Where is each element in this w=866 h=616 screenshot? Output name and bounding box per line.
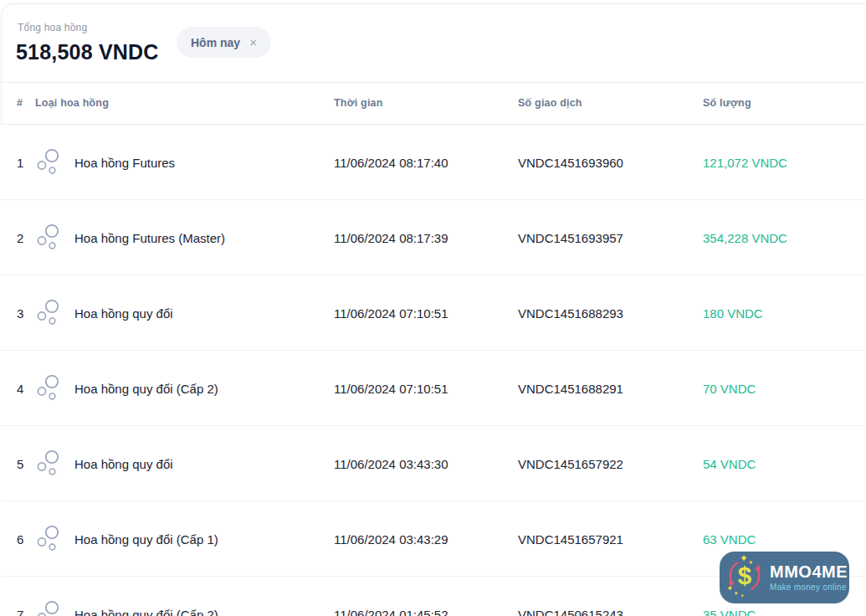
row-index: 6 bbox=[17, 531, 23, 546]
close-icon[interactable]: × bbox=[249, 36, 257, 49]
table-row: 1 Hoa hồng Futures 11/06/2024 08:17:40 V… bbox=[1, 125, 866, 200]
transaction-time: 11/06/2024 08:17:40 bbox=[334, 155, 448, 169]
total-commission-value: 518,508 VNDC bbox=[16, 40, 159, 64]
bubbles-icon bbox=[36, 374, 59, 403]
commission-type: Hoa hồng quy đổi (Cấp 2) bbox=[74, 381, 218, 395]
table-row: 2 Hoa hồng Futures (Master) 11/06/2024 0… bbox=[1, 200, 866, 275]
bubbles-icon bbox=[36, 525, 59, 553]
transaction-id: VNDC1451657922 bbox=[518, 456, 623, 470]
row-index: 3 bbox=[17, 305, 23, 320]
transaction-id: VNDC1451693960 bbox=[518, 155, 623, 169]
transaction-id: VNDC1451688291 bbox=[518, 381, 623, 395]
watermark-title: MMO4ME bbox=[770, 563, 848, 581]
table-header: # Loại hoa hồng Thời gian Số giao dịch S… bbox=[1, 82, 866, 125]
commission-type: Hoa hồng quy đổi (Cấp 1) bbox=[74, 531, 218, 546]
dollar-coin-icon: $ bbox=[725, 552, 765, 603]
row-index: 2 bbox=[17, 230, 23, 244]
watermark-tagline: Make money online bbox=[770, 583, 848, 593]
transaction-id: VNDC1451657921 bbox=[518, 531, 623, 546]
transaction-time: 11/06/2024 07:10:51 bbox=[334, 381, 448, 395]
amount-value: 54 VNDC bbox=[703, 456, 756, 470]
filter-chip-today[interactable]: Hôm nay × bbox=[177, 27, 271, 58]
transaction-time: 11/06/2024 07:10:51 bbox=[334, 305, 448, 320]
column-header-tx: Số giao dịch bbox=[518, 83, 582, 124]
column-header-index: # bbox=[17, 83, 23, 124]
amount-value: 35 VNDC bbox=[703, 607, 756, 616]
bubbles-icon bbox=[36, 449, 59, 478]
transaction-time: 11/06/2024 03:43:29 bbox=[334, 531, 448, 546]
amount-value: 354,228 VNDC bbox=[703, 230, 787, 244]
commission-card: Tổng hoa hồng 518,508 VNDC Hôm nay × # L… bbox=[1, 3, 866, 616]
transaction-time: 11/06/2024 01:45:52 bbox=[334, 607, 448, 616]
total-commission-label: Tổng hoa hồng bbox=[18, 22, 87, 33]
commission-type: Hoa hồng quy đổi bbox=[74, 305, 173, 320]
table-row: 4 Hoa hồng quy đổi (Cấp 2) 11/06/2024 07… bbox=[1, 351, 866, 426]
svg-text:$: $ bbox=[738, 562, 751, 589]
transaction-id: VNDC1451693957 bbox=[518, 230, 623, 244]
column-header-amount: Số lượng bbox=[703, 83, 751, 124]
commission-type: Hoa hồng quy đổi bbox=[74, 456, 173, 470]
table-row: 3 Hoa hồng quy đổi 11/06/2024 07:10:51 V… bbox=[1, 275, 866, 351]
transaction-id: VNDC1451688293 bbox=[518, 305, 623, 320]
commission-type: Hoa hồng Futures (Master) bbox=[74, 230, 225, 244]
bubbles-icon bbox=[36, 299, 59, 327]
mmo4me-watermark: $ MMO4ME Make money online bbox=[720, 552, 849, 603]
bubbles-icon bbox=[36, 223, 59, 252]
amount-value: 63 VNDC bbox=[703, 531, 756, 546]
commission-type: Hoa hồng Futures bbox=[74, 155, 175, 169]
row-index: 4 bbox=[17, 381, 23, 395]
transaction-id: VNDC1450615243 bbox=[518, 607, 623, 616]
row-index: 1 bbox=[17, 155, 23, 169]
amount-value: 70 VNDC bbox=[703, 381, 756, 395]
transaction-time: 11/06/2024 03:43:30 bbox=[334, 456, 448, 470]
bubbles-icon bbox=[36, 600, 59, 616]
column-header-type: Loại hoa hồng bbox=[35, 83, 109, 124]
filter-chip-label: Hôm nay bbox=[191, 36, 240, 49]
table-row: 5 Hoa hồng quy đổi 11/06/2024 03:43:30 V… bbox=[1, 426, 866, 501]
commission-type: Hoa hồng quy đổi (Cấp 2) bbox=[74, 607, 218, 616]
amount-value: 121,072 VNDC bbox=[703, 155, 787, 169]
bubbles-icon bbox=[36, 148, 59, 177]
column-header-time: Thời gian bbox=[334, 83, 383, 124]
transaction-time: 11/06/2024 08:17:39 bbox=[334, 230, 448, 244]
amount-value: 180 VNDC bbox=[703, 305, 763, 320]
row-index: 5 bbox=[17, 456, 23, 470]
row-index: 7 bbox=[17, 607, 23, 616]
